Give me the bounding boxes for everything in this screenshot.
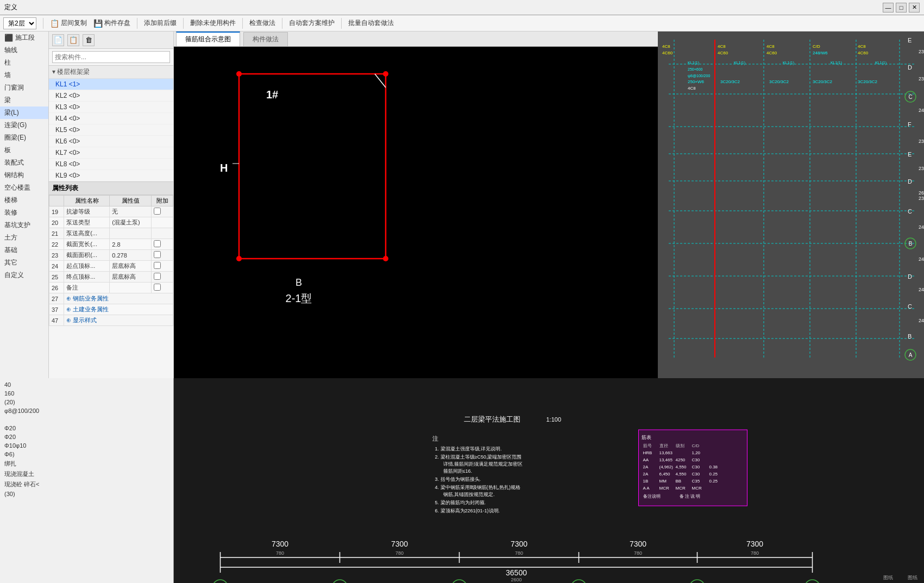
prop-row-26: 26 备注	[49, 283, 173, 293]
sidebar-item-stair[interactable]: 楼梯	[0, 194, 48, 206]
note-2c: 箍筋间距≤16.	[443, 468, 472, 474]
tab-stirrup-diagram[interactable]: 箍筋组合示意图	[176, 32, 240, 46]
component-item-kl3[interactable]: KL3 <0>	[49, 102, 173, 113]
tab-component-method[interactable]: 构件做法	[243, 32, 288, 46]
note-5: 5. 梁的箍筋均为封闭箍.	[435, 500, 486, 505]
prop-row-25: 25 终点顶标... 层底标高	[49, 272, 173, 283]
minimize-button[interactable]: —	[883, 3, 894, 12]
kl-label-7: KL1(1)	[875, 61, 887, 65]
annot-top-1: 4C8	[662, 44, 670, 49]
toolbar-separator	[43, 18, 43, 29]
toolbar-add-prefix[interactable]: 添加前后缀	[144, 18, 177, 28]
sidebar-item-window[interactable]: 门窗洞	[0, 82, 48, 94]
sidebar-nav: ⬛ 施工段 轴线 柱 墙 门窗洞 梁 梁(L) 连梁(G)	[0, 32, 49, 378]
sidebar-item-foundation-support[interactable]: 基坑支护	[0, 219, 48, 231]
leg-h2: 直径	[659, 443, 668, 448]
annot-top-7: C/D	[813, 44, 820, 49]
annot-top-3: 4C8	[718, 44, 726, 49]
component-item-kl2[interactable]: KL2 <0>	[49, 90, 173, 102]
component-item-kl9[interactable]: KL9 <0>	[49, 170, 173, 181]
sidebar-item-ring-beam[interactable]: 圈梁(E)	[0, 131, 48, 144]
delete-component-button[interactable]: 🗑	[83, 34, 95, 46]
component-item-kl1[interactable]: KL1 <1>	[49, 79, 173, 90]
component-item-kl6[interactable]: KL6 <0>	[49, 136, 173, 147]
sidebar-item-prefab[interactable]: 装配式	[0, 156, 48, 169]
new-component-button[interactable]: 📄	[52, 34, 64, 46]
sidebar-item-earthwork[interactable]: 土方	[0, 231, 48, 244]
sidebar-item-column[interactable]: 柱	[0, 57, 48, 69]
page-num: 图纸	[908, 575, 917, 580]
toolbar-auto-maintain[interactable]: 自动套方案维护	[289, 18, 335, 28]
leg-r2-4: C30	[692, 457, 700, 462]
sidebar-item-beam-l[interactable]: 梁(L)	[0, 106, 48, 119]
leg-r1-1: HRB	[643, 450, 652, 455]
sidebar-item-link-beam[interactable]: 连梁(G)	[0, 119, 48, 131]
leg-r3-2: (4,962)	[659, 465, 674, 469]
search-input[interactable]	[52, 51, 170, 63]
toolbar-separator-2	[137, 18, 137, 29]
leg-footer: 备注说明	[643, 494, 661, 499]
annot-top-2: 4C60	[662, 51, 673, 55]
sidebar-item-foundation[interactable]: 基础	[0, 244, 48, 256]
attach-check-24[interactable]	[154, 262, 161, 269]
toolbar-delete-unused[interactable]: 删除未使用构件	[190, 18, 236, 28]
sidebar-item-decoration[interactable]: 装修	[0, 206, 48, 219]
sidebar-item-axis[interactable]: 轴线	[0, 44, 48, 57]
sidebar-item-steel[interactable]: 钢结构	[0, 169, 48, 181]
row-d2-label: D	[908, 178, 912, 185]
dim-2335-2: 2335	[919, 166, 924, 171]
toolbar-save-component[interactable]: 💾 构件存盘	[93, 18, 130, 28]
col-attach: 附加	[152, 196, 173, 206]
attach-check-25[interactable]	[154, 273, 161, 280]
kl-label-4: KL1(1)	[734, 61, 745, 65]
row-b2-label: B	[908, 333, 912, 340]
attach-check-26[interactable]	[154, 284, 161, 291]
bot-item-2: 160	[2, 389, 171, 398]
sub-dim-3: 780	[515, 550, 523, 556]
component-item-kl5[interactable]: KL5 <0>	[49, 124, 173, 136]
annot-top-6: 4C60	[766, 51, 777, 55]
prop-row-37: 37 ⊕ 土建业务属性	[49, 304, 173, 315]
beam-dim-2: 4C8	[688, 86, 696, 91]
construction-icon: ⬛	[4, 34, 13, 42]
sidebar-label-foundation-support: 基坑支护	[4, 221, 30, 230]
leg-r5-3: BB	[676, 479, 682, 484]
annot-top-4: 4C60	[718, 51, 728, 55]
beam-span-mid-4: 3C20/3C2	[858, 79, 878, 84]
toolbar-batch-auto[interactable]: 批量自动套做法	[348, 18, 394, 28]
sidebar-item-hollow[interactable]: 空心楼盖	[0, 181, 48, 194]
attach-check-19[interactable]	[154, 208, 161, 215]
layer-select[interactable]: 第2层	[3, 17, 36, 29]
sidebar-label-construction: 施工段	[15, 33, 35, 42]
maximize-button[interactable]: □	[896, 3, 907, 12]
attach-check-22[interactable]	[154, 240, 161, 247]
auto-maintain-label: 自动套方案维护	[289, 18, 335, 28]
close-button[interactable]: ✕	[909, 3, 920, 12]
sidebar-item-wall[interactable]: 墙	[0, 69, 48, 82]
toolbar-check-method[interactable]: 检查做法	[249, 18, 275, 28]
sidebar-item-beam[interactable]: 梁	[0, 94, 48, 106]
b-label: B	[296, 277, 302, 288]
toolbar-copy-layer[interactable]: 📋 层间复制	[50, 18, 87, 28]
copy-component-button[interactable]: 📋	[67, 34, 79, 46]
sidebar-label-link-beam: 连梁(G)	[4, 121, 27, 130]
leg-r3-3: 4,550	[676, 465, 687, 469]
component-item-kl8[interactable]: KL8 <0>	[49, 159, 173, 170]
sidebar-label-wall: 墙	[4, 71, 11, 80]
sidebar-item-other[interactable]: 其它	[0, 256, 48, 269]
canvas-drawing-area[interactable]: H B 2-1型 1#	[174, 47, 658, 378]
sidebar-label-prefab: 装配式	[4, 158, 24, 167]
bottom-center-panel: 二层梁平法施工图 1:100 7300 7300 7300 7300 7300 …	[174, 378, 924, 583]
component-item-kl7[interactable]: KL7 <0>	[49, 147, 173, 159]
sidebar-item-slab[interactable]: 板	[0, 144, 48, 156]
attach-check-23[interactable]	[154, 251, 161, 258]
bot-item-13: (30)	[2, 490, 171, 498]
h-label: H	[220, 162, 228, 174]
prop-row-47: 47 ⊕ 显示样式	[49, 315, 173, 326]
search-area	[49, 49, 173, 66]
sidebar-item-custom[interactable]: 自定义	[0, 269, 48, 281]
add-prefix-label: 添加前后缀	[144, 18, 177, 28]
prop-row-19: 19 抗渗等级 无	[49, 206, 173, 217]
component-item-kl4[interactable]: KL4 <0>	[49, 113, 173, 124]
sidebar-item-construction[interactable]: ⬛ 施工段	[0, 32, 48, 44]
